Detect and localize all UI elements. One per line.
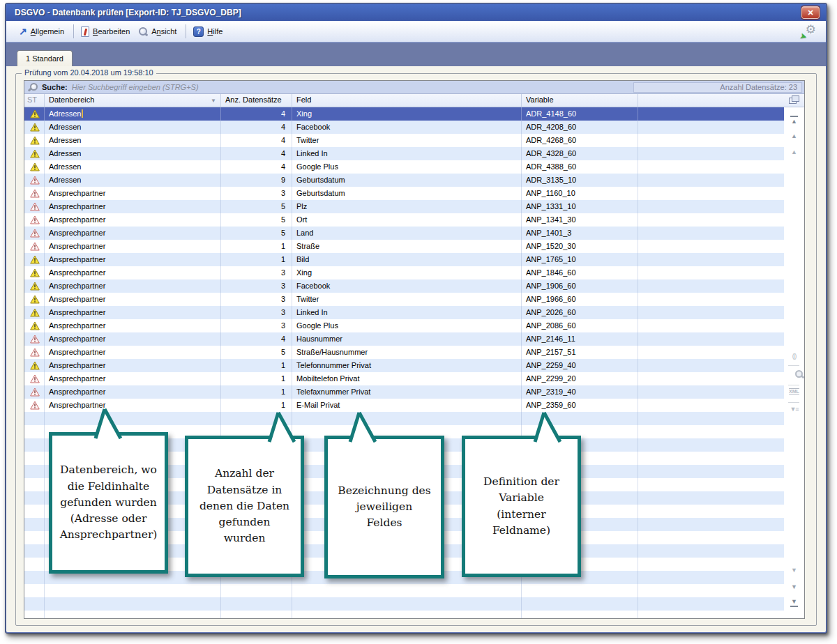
cell-variable: ANP_2299_20	[522, 372, 638, 385]
xml-export-icon[interactable]: XML	[784, 389, 804, 394]
cell-feld: Facebook	[292, 279, 522, 293]
cell-feld	[292, 412, 522, 425]
table-row[interactable]: Ansprechpartner1StraßeANP_1520_30	[24, 240, 784, 253]
cell-datenbereich: Ansprechpartner	[45, 266, 221, 279]
cell-empty	[638, 293, 784, 306]
search-bar: Suche: Anzahl Datensätze: 23	[24, 81, 804, 94]
cell-variable: ANP_1906_60	[522, 279, 638, 293]
menu-bearbeiten[interactable]: Bearbeiten	[78, 24, 135, 39]
column-header-st[interactable]: ST	[24, 94, 45, 107]
status-cell	[24, 187, 45, 200]
cell-datenbereich: Ansprechpartner	[45, 399, 221, 412]
cell-datenbereich: Ansprechpartner	[45, 346, 221, 359]
green-run-arrow-icon: ➤	[799, 31, 808, 42]
callout-beak	[532, 411, 564, 443]
cell-anz-datensaetze: 9	[221, 174, 292, 187]
cell-empty	[638, 279, 784, 293]
table-row[interactable]: Ansprechpartner3FacebookANP_1906_60	[24, 279, 784, 293]
menu-ansicht[interactable]: Ansicht	[135, 24, 181, 39]
table-row[interactable]: Ansprechpartner4HausnummerANP_2146_11	[24, 332, 784, 346]
table-row[interactable]: Ansprechpartner5PlzANP_1331_10	[24, 200, 784, 213]
table-row[interactable]: Ansprechpartner3XingANP_1846_60	[24, 266, 784, 279]
status-cell	[24, 399, 45, 412]
cell-datenbereich: Adressen	[45, 160, 221, 174]
cell-feld: Plz	[292, 200, 522, 213]
menu-hilfe[interactable]: ? Hilfe	[190, 24, 227, 39]
status-cell	[24, 412, 45, 425]
table-row[interactable]: Ansprechpartner3Google PlusANP_2086_60	[24, 319, 784, 332]
record-count-badge: Anzahl Datensätze: 23	[633, 82, 802, 93]
alert-triangle-icon	[30, 348, 40, 357]
sort-desc-icon: ▼	[211, 98, 216, 104]
status-cell	[24, 385, 45, 399]
status-cell	[24, 107, 45, 121]
empty-row	[24, 584, 784, 597]
column-chooser-icon[interactable]	[789, 95, 800, 105]
cell-variable	[522, 584, 638, 597]
cell-feld: Hausnummer	[292, 332, 522, 346]
tab-standard[interactable]: 1 Standard	[17, 50, 73, 66]
cell-anz-datensaetze: 4	[221, 107, 292, 121]
empty-row	[24, 597, 784, 611]
table-row[interactable]: Ansprechpartner3GeburtsdatumANP_1160_10	[24, 187, 784, 200]
table-row[interactable]: Ansprechpartner3TwitterANP_1966_60	[24, 293, 784, 306]
table-row[interactable]: Adressen9GeburtsdatumADR_3135_10	[24, 174, 784, 187]
cell-datenbereich: Ansprechpartner	[45, 187, 221, 200]
column-header-feld[interactable]: Feld	[292, 94, 522, 107]
table-row[interactable]: Adressen4Linked InADR_4328_60	[24, 147, 784, 160]
cell-feld: Facebook	[292, 121, 522, 134]
previous-record-icon[interactable]: ▲	[784, 148, 804, 155]
cell-variable: ADR_4268_60	[522, 134, 638, 147]
table-row[interactable]: Ansprechpartner1E-Mail PrivatANP_2359_60	[24, 399, 784, 412]
table-row[interactable]: Adressen4TwitterADR_4268_60	[24, 134, 784, 147]
status-cell	[24, 491, 45, 505]
column-header-datenbereich[interactable]: Datenbereich ▼	[45, 94, 221, 107]
magnifier-icon	[137, 26, 148, 37]
cell-empty	[638, 465, 784, 478]
table-row[interactable]: Ansprechpartner1Telefonnummer PrivatANP_…	[24, 359, 784, 372]
search-label: Suche:	[42, 83, 68, 91]
menu-allgemein[interactable]: ↗ Allgemein	[16, 25, 69, 38]
cell-feld: Straße	[292, 240, 522, 253]
filter-icon[interactable]: ▼≡	[784, 406, 804, 413]
table-row[interactable]: Ansprechpartner1BildANP_1765_10	[24, 253, 784, 266]
window-title: DSGVO - Datenbank prüfen [Export-ID: TJ_…	[6, 8, 241, 17]
cell-anz-datensaetze: 3	[221, 279, 292, 293]
table-row[interactable]: Adressen4XingADR_4148_60	[24, 107, 784, 121]
warning-triangle-icon	[30, 268, 40, 277]
cell-variable: ADR_3135_10	[522, 174, 638, 187]
column-header-anz-datensaetze[interactable]: Anz. Datensätze	[221, 94, 292, 107]
cell-empty	[638, 213, 784, 227]
cell-empty	[638, 571, 784, 584]
page-down-icon[interactable]: ▼	[784, 583, 804, 590]
next-record-icon[interactable]: ▼	[784, 567, 804, 574]
table-row[interactable]: Ansprechpartner1Telefaxnummer PrivatANP_…	[24, 385, 784, 399]
status-cell	[24, 279, 45, 293]
title-bar[interactable]: DSGVO - Datenbank prüfen [Export-ID: TJ_…	[6, 4, 826, 21]
table-row[interactable]: Ansprechpartner3Linked InANP_2026_60	[24, 306, 784, 319]
search-input[interactable]	[72, 83, 504, 91]
best-fit-columns-icon[interactable]: (|)	[784, 353, 804, 360]
column-header-variable[interactable]: Variable	[522, 94, 638, 107]
table-row[interactable]: Ansprechpartner1Mobiltelefon PrivatANP_2…	[24, 372, 784, 385]
go-first-record-icon[interactable]: ▲	[784, 116, 804, 125]
cell-datenbereich: Ansprechpartner	[45, 332, 221, 346]
run-export-button[interactable]: ⚙ ➤	[801, 24, 816, 39]
cell-variable: ANP_1520_30	[522, 240, 638, 253]
go-last-record-icon[interactable]: ▼	[784, 598, 804, 607]
cell-feld: Google Plus	[292, 160, 522, 174]
table-row[interactable]: Ansprechpartner5OrtANP_1341_30	[24, 213, 784, 227]
close-icon[interactable]: ✕	[801, 6, 820, 19]
menu-hilfe-label: Hilfe	[207, 27, 223, 36]
table-row[interactable]: Adressen4Google PlusADR_4388_60	[24, 160, 784, 174]
cell-feld	[292, 611, 522, 618]
page-up-icon[interactable]: ▲	[784, 132, 804, 139]
table-row[interactable]: Ansprechpartner5LandANP_1401_3	[24, 227, 784, 240]
table-row[interactable]: Ansprechpartner5Straße/HausnummerANP_215…	[24, 346, 784, 359]
status-cell	[24, 597, 45, 611]
cell-empty	[638, 332, 784, 346]
status-cell	[24, 121, 45, 134]
table-row[interactable]: Adressen4FacebookADR_4208_60	[24, 121, 784, 134]
cell-datenbereich	[45, 597, 221, 611]
status-cell	[24, 359, 45, 372]
